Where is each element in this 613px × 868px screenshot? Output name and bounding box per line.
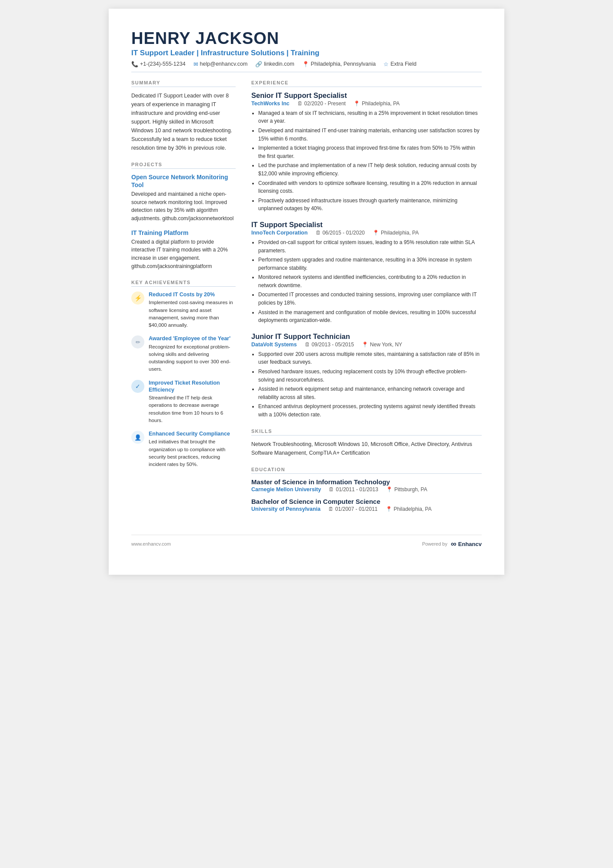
location-pin-icon: 📍 bbox=[386, 506, 392, 512]
exp-2-title: IT Support Specialist bbox=[251, 221, 482, 229]
bullet: Proactively addressed infrastructure iss… bbox=[258, 197, 482, 213]
achievement-3-icon: ✓ bbox=[131, 380, 144, 393]
bullet: Supported over 200 users across multiple… bbox=[258, 350, 482, 366]
calendar-icon: 🗓 bbox=[297, 101, 303, 107]
left-column: SUMMARY Dedicated IT Support Leader with… bbox=[131, 80, 236, 522]
achievement-2-desc: Recognized for exceptional problem-solvi… bbox=[149, 343, 236, 373]
achievement-1-title: Reduced IT Costs by 20% bbox=[149, 291, 236, 298]
summary-section: SUMMARY Dedicated IT Support Leader with… bbox=[131, 80, 236, 152]
achievement-1: ⚡ Reduced IT Costs by 20% Implemented co… bbox=[131, 291, 236, 329]
skills-text: Network Troubleshooting, Microsoft Windo… bbox=[251, 440, 482, 457]
exp-2-meta: InnoTech Corporation 🗓 06/2015 - 01/2020… bbox=[251, 230, 482, 236]
edu-1-meta: Carnegie Mellon University 🗓 01/2011 - 0… bbox=[251, 486, 482, 493]
exp-3-title: Junior IT Support Technician bbox=[251, 332, 482, 341]
header: HENRY JACKSON IT Support Leader | Infras… bbox=[131, 30, 482, 72]
edu-2-date: 🗓 01/2007 - 01/2011 bbox=[328, 506, 377, 512]
project-2-desc: Created a digital platform to provide in… bbox=[131, 238, 236, 270]
resume-page: HENRY JACKSON IT Support Leader | Infras… bbox=[109, 9, 504, 575]
exp-2-date: 🗓 06/2015 - 01/2020 bbox=[316, 230, 365, 236]
project-1-desc: Developed and maintained a niche open-so… bbox=[131, 190, 236, 222]
education-section: EDUCATION Master of Science in Informati… bbox=[251, 467, 482, 512]
contact-email: ✉ help@enhancv.com bbox=[193, 61, 248, 67]
achievement-4: 👤 Enhanced Security Compliance Led initi… bbox=[131, 430, 236, 468]
achievements-section: KEY ACHIEVEMENTS ⚡ Reduced IT Costs by 2… bbox=[131, 280, 236, 468]
edu-1-date: 🗓 01/2011 - 01/2013 bbox=[329, 486, 378, 493]
education-title: EDUCATION bbox=[251, 467, 482, 474]
exp-2-location: 📍 Philadelphia, PA bbox=[373, 230, 419, 236]
projects-title: PROJECTS bbox=[131, 162, 236, 169]
contact-phone: 📞 +1-(234)-555-1234 bbox=[131, 61, 186, 67]
bullet: Assisted in network equipment setup and … bbox=[258, 385, 482, 401]
summary-text: Dedicated IT Support Leader with over 8 … bbox=[131, 91, 236, 152]
exp-entry-3: Junior IT Support Technician DataVolt Sy… bbox=[251, 332, 482, 419]
exp-1-location: 📍 Philadelphia, PA bbox=[353, 101, 400, 107]
skills-section: SKILLS Network Troubleshooting, Microsof… bbox=[251, 429, 482, 457]
bullet: Coordinated with vendors to optimize sof… bbox=[258, 179, 482, 195]
bullet: Implemented a ticket triaging process th… bbox=[258, 144, 482, 160]
achievements-title: KEY ACHIEVEMENTS bbox=[131, 280, 236, 287]
edu-2-school: University of Pennsylvania bbox=[251, 506, 320, 512]
exp-3-meta: DataVolt Systems 🗓 09/2013 - 05/2015 📍 N… bbox=[251, 342, 482, 348]
exp-3-bullets: Supported over 200 users across multiple… bbox=[251, 350, 482, 419]
page-footer: www.enhancv.com Powered by ∞ Enhancv bbox=[131, 535, 482, 549]
edu-2-degree: Bachelor of Science in Computer Science bbox=[251, 498, 482, 505]
experience-title: EXPERIENCE bbox=[251, 80, 482, 87]
bullet: Provided on-call support for critical sy… bbox=[258, 238, 482, 255]
exp-entry-1: Senior IT Support Specialist TechWorks I… bbox=[251, 91, 482, 213]
star-icon: ☆ bbox=[383, 61, 389, 67]
bullet: Resolved hardware issues, reducing repla… bbox=[258, 368, 482, 384]
bullet: Led the purchase and implementation of a… bbox=[258, 161, 482, 178]
exp-1-date: 🗓 02/2020 - Present bbox=[297, 101, 346, 107]
exp-2-bullets: Provided on-call support for critical sy… bbox=[251, 238, 482, 325]
exp-2-company: InnoTech Corporation bbox=[251, 230, 308, 236]
achievement-4-title: Enhanced Security Compliance bbox=[149, 430, 236, 437]
calendar-icon: 🗓 bbox=[328, 506, 333, 512]
edu-entry-1: Master of Science in Information Technol… bbox=[251, 478, 482, 493]
exp-3-date: 🗓 09/2013 - 05/2015 bbox=[305, 342, 354, 348]
enhancv-logo: ∞ Enhancv bbox=[451, 540, 482, 549]
location-pin-icon: 📍 bbox=[353, 101, 360, 107]
exp-1-company: TechWorks Inc bbox=[251, 101, 290, 107]
bullet: Monitored network systems and identified… bbox=[258, 273, 482, 289]
location-pin-icon: 📍 bbox=[386, 486, 393, 493]
edu-1-location: 📍 Pittsburgh, PA bbox=[386, 486, 427, 493]
achievement-3: ✓ Improved Ticket Resolution Efficiency … bbox=[131, 379, 236, 425]
email-icon: ✉ bbox=[193, 61, 198, 67]
footer-website: www.enhancv.com bbox=[131, 541, 171, 546]
edu-1-degree: Master of Science in Information Technol… bbox=[251, 478, 482, 486]
achievement-3-desc: Streamlined the IT help desk operations … bbox=[149, 394, 236, 424]
achievement-1-icon: ⚡ bbox=[131, 292, 144, 305]
edu-2-meta: University of Pennsylvania 🗓 01/2007 - 0… bbox=[251, 506, 482, 512]
footer-brand: Powered by ∞ Enhancv bbox=[422, 540, 482, 549]
location-pin-icon: 📍 bbox=[362, 342, 368, 348]
achievement-2-title: Awarded 'Employee of the Year' bbox=[149, 335, 236, 342]
skills-title: SKILLS bbox=[251, 429, 482, 436]
achievement-4-desc: Led initiatives that brought the organiz… bbox=[149, 438, 236, 468]
bullet: Performed system upgrades and routine ma… bbox=[258, 256, 482, 272]
calendar-icon: 🗓 bbox=[316, 230, 321, 236]
candidate-title: IT Support Leader | Infrastructure Solut… bbox=[131, 49, 482, 57]
achievement-1-desc: Implemented cost-saving measures in soft… bbox=[149, 299, 236, 329]
exp-3-company: DataVolt Systems bbox=[251, 342, 297, 348]
contact-linkedin: 🔗 linkedin.com bbox=[255, 61, 294, 67]
main-layout: SUMMARY Dedicated IT Support Leader with… bbox=[131, 80, 482, 522]
projects-section: PROJECTS Open Source Network Monitoring … bbox=[131, 162, 236, 270]
bullet: Enhanced antivirus deployment processes,… bbox=[258, 402, 482, 419]
project-2-title: IT Training Platform bbox=[131, 229, 236, 237]
project-1-title: Open Source Network Monitoring Tool bbox=[131, 173, 236, 189]
logo-icon: ∞ bbox=[451, 540, 456, 549]
linkedin-icon: 🔗 bbox=[255, 61, 262, 67]
bullet: Managed a team of six IT technicians, re… bbox=[258, 109, 482, 125]
exp-1-meta: TechWorks Inc 🗓 02/2020 - Present 📍 Phil… bbox=[251, 101, 482, 107]
location-icon: 📍 bbox=[302, 61, 309, 67]
bullet: Documented IT processes and conducted tr… bbox=[258, 291, 482, 307]
bullet: Developed and maintained IT end-user tra… bbox=[258, 127, 482, 143]
summary-title: SUMMARY bbox=[131, 80, 236, 87]
exp-entry-2: IT Support Specialist InnoTech Corporati… bbox=[251, 221, 482, 325]
contact-extra: ☆ Extra Field bbox=[383, 61, 416, 67]
bullet: Assisted in the management and configura… bbox=[258, 308, 482, 325]
exp-1-bullets: Managed a team of six IT technicians, re… bbox=[251, 109, 482, 213]
edu-2-location: 📍 Philadelphia, PA bbox=[386, 506, 432, 512]
project-1: Open Source Network Monitoring Tool Deve… bbox=[131, 173, 236, 223]
contact-bar: 📞 +1-(234)-555-1234 ✉ help@enhancv.com 🔗… bbox=[131, 61, 482, 72]
